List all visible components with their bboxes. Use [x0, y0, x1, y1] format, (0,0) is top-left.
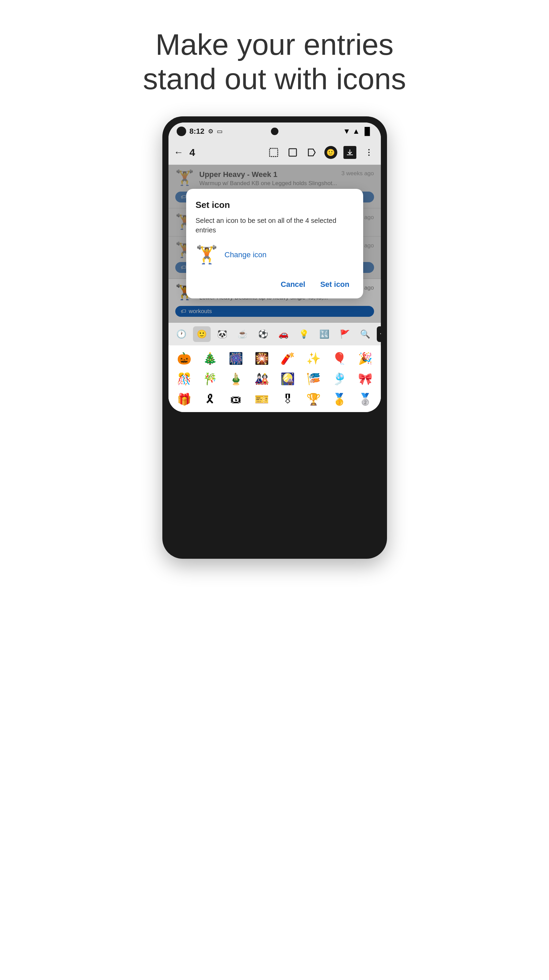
- svg-rect-0: [270, 148, 278, 156]
- emoji-cell[interactable]: 🎖: [276, 390, 299, 408]
- cancel-button[interactable]: Cancel: [277, 277, 309, 292]
- emoji-cell[interactable]: 🥇: [328, 390, 351, 408]
- wifi-icon: ▼: [343, 127, 350, 136]
- emoji-delete-button[interactable]: ⌫: [377, 326, 381, 342]
- emoji-cell[interactable]: 🥈: [353, 390, 377, 408]
- battery-small-icon: ▭: [217, 127, 223, 135]
- emoji-cat-flags[interactable]: 🚩: [336, 326, 353, 342]
- svg-point-3: [368, 152, 370, 153]
- phone-screen: 8:12 ⚙ ▭ ▼ ▲ ▐▌ ← 4: [169, 123, 381, 412]
- emoji-cell[interactable]: 🎃: [173, 350, 196, 367]
- battery-icon: ▐▌: [362, 127, 372, 136]
- emoji-cat-activities[interactable]: ⚽: [254, 326, 272, 342]
- emoji-grid: 🎃🎄🎆🎇🧨✨🎈🎉🎊🎋🎍🎎🎑🎏🎐🎀🎁🎗🎟🎫🎖🏆🥇🥈: [169, 345, 381, 412]
- svg-point-4: [368, 154, 370, 156]
- emoji-category-bar: 🕐 🙂 🐼 ☕ ⚽ 🚗 💡 🔣 🚩 🔍 ⌫: [169, 323, 381, 345]
- select-none-icon[interactable]: [286, 146, 299, 159]
- emoji-cat-travel[interactable]: 🚗: [275, 326, 292, 342]
- status-bar: 8:12 ⚙ ▭ ▼ ▲ ▐▌: [169, 123, 381, 140]
- emoji-cell[interactable]: 🎀: [353, 370, 377, 388]
- emoji-cell[interactable]: 🏆: [302, 390, 325, 408]
- emoji-cell[interactable]: 🎟: [224, 390, 247, 408]
- emoji-cell[interactable]: 🎑: [276, 370, 299, 388]
- emoji-cell[interactable]: 🎊: [173, 370, 196, 388]
- svg-rect-1: [289, 149, 296, 156]
- dialog-icon-row: 🏋️ Change icon: [196, 244, 353, 265]
- phone-frame: 8:12 ⚙ ▭ ▼ ▲ ▐▌ ← 4: [162, 116, 387, 559]
- headline-line1: Make your entries: [156, 27, 393, 61]
- settings-icon: ⚙: [208, 127, 213, 135]
- change-icon-button[interactable]: Change icon: [224, 250, 267, 259]
- emoji-cell[interactable]: 🎎: [250, 370, 273, 388]
- headline-line2: stand out with icons: [143, 62, 406, 95]
- emoji-cell[interactable]: 🎏: [302, 370, 325, 388]
- back-button[interactable]: ←: [174, 147, 183, 158]
- download-icon[interactable]: [344, 146, 356, 159]
- dialog-actions: Cancel Set icon: [196, 277, 353, 292]
- emoji-cat-smileys[interactable]: 🙂: [193, 326, 211, 342]
- emoji-cell[interactable]: 🎫: [250, 390, 273, 408]
- svg-point-2: [368, 149, 370, 150]
- more-options-icon[interactable]: [363, 146, 376, 159]
- emoji-cell[interactable]: 🎇: [250, 350, 273, 367]
- emoji-cell[interactable]: 🎁: [173, 390, 196, 408]
- emoji-cat-symbols[interactable]: 🔣: [315, 326, 333, 342]
- emoji-cell[interactable]: 🎄: [199, 350, 221, 367]
- emoji-cat-recent[interactable]: 🕐: [173, 326, 190, 342]
- emoji-cat-objects[interactable]: 💡: [295, 326, 313, 342]
- label-icon[interactable]: [305, 146, 318, 159]
- emoji-cat-animals[interactable]: 🐼: [213, 326, 231, 342]
- emoji-cell[interactable]: 🧨: [276, 350, 299, 367]
- emoji-cat-food[interactable]: ☕: [234, 326, 251, 342]
- set-icon-button[interactable]: Set icon: [316, 277, 353, 292]
- emoji-cell[interactable]: 🎍: [224, 370, 247, 388]
- emoji-keyboard: 🕐 🙂 🐼 ☕ ⚽ 🚗 💡 🔣 🚩 🔍 ⌫ 🎃🎄🎆🎇🧨✨🎈🎉🎊🎋🎍🎎🎑🎏🎐🎀🎁🎗…: [169, 323, 381, 412]
- camera-dot: [271, 127, 278, 135]
- emoji-cell[interactable]: 🎉: [353, 350, 377, 367]
- emoji-cell[interactable]: 🎆: [224, 350, 247, 367]
- emoji-cell[interactable]: 🎈: [328, 350, 351, 367]
- dialog-body: Select an icon to be set on all of the 4…: [196, 216, 353, 235]
- select-all-icon[interactable]: [267, 146, 280, 159]
- selection-count: 4: [189, 147, 196, 158]
- status-dot: [177, 127, 186, 136]
- app-toolbar: ← 4 🙂: [169, 140, 381, 165]
- dialog-overlay: Set icon Select an icon to be set on all…: [169, 165, 381, 323]
- emoji-cell[interactable]: 🎐: [328, 370, 351, 388]
- dialog-title: Set icon: [196, 200, 353, 210]
- emoji-cell[interactable]: 🎋: [199, 370, 221, 388]
- page-headline: Make your entries stand out with icons: [143, 27, 406, 96]
- set-icon-dialog: Set icon Select an icon to be set on all…: [186, 189, 363, 298]
- emoji-cell[interactable]: ✨: [302, 350, 325, 367]
- dialog-emoji: 🏋️: [196, 244, 218, 265]
- signal-icon: ▲: [353, 127, 360, 136]
- emoji-icon[interactable]: 🙂: [325, 146, 337, 159]
- emoji-cell[interactable]: 🎗: [199, 390, 221, 408]
- status-time: 8:12: [189, 127, 205, 136]
- content-area: 🏋️ Upper Heavy - Week 1 3 weeks ago Warm…: [169, 165, 381, 323]
- emoji-cat-search[interactable]: 🔍: [356, 326, 374, 342]
